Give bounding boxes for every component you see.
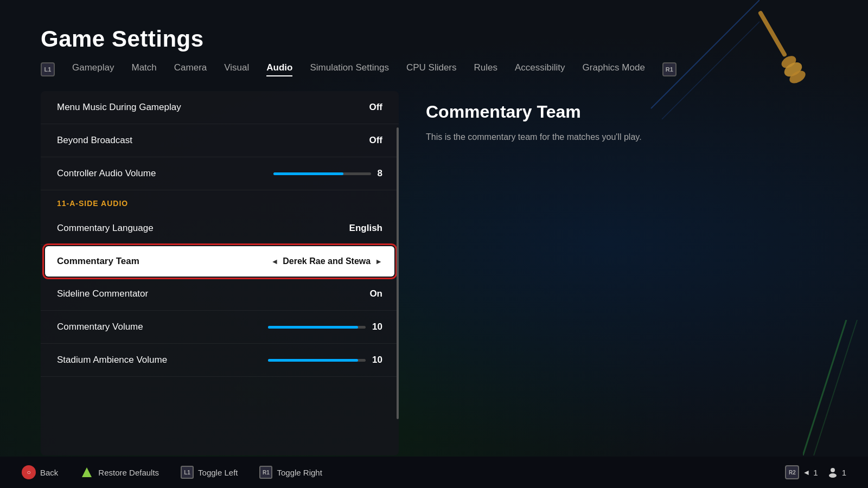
- info-panel-description: This is the commentary team for the matc…: [426, 131, 811, 144]
- decorative-bat: [731, 0, 831, 102]
- r2-item: R2 ◄ 1: [785, 465, 818, 479]
- toggle-left-label: Toggle Left: [198, 468, 238, 477]
- l1-button[interactable]: L1: [41, 62, 55, 76]
- tab-visual[interactable]: Visual: [224, 62, 249, 76]
- back-label: Back: [40, 468, 58, 477]
- page-title: Game Settings: [41, 26, 204, 52]
- setting-menu-music-value: Off: [369, 102, 382, 113]
- circle-button: ○: [22, 465, 36, 479]
- setting-beyond-broadcast[interactable]: Beyond Broadcast Off: [41, 124, 399, 157]
- settings-panel: Menu Music During Gameplay Off Beyond Br…: [41, 91, 399, 455]
- bottom-right-area: R2 ◄ 1 1: [785, 465, 846, 479]
- commentary-team-value: Derek Rae and Stewa: [283, 256, 371, 266]
- setting-sideline-commentator[interactable]: Sideline Commentator On: [41, 278, 399, 311]
- commentary-volume-track[interactable]: [268, 326, 366, 329]
- r1-toggle-button: R1: [259, 466, 272, 479]
- commentary-team-selector: ◄ Derek Rae and Stewa ►: [271, 256, 382, 266]
- restore-label: Restore Defaults: [98, 468, 159, 477]
- commentary-team-label: Commentary Team: [57, 256, 139, 267]
- commentary-language-label: Commentary Language: [57, 223, 154, 234]
- info-panel-title: Commentary Team: [426, 102, 811, 122]
- r2-badge[interactable]: R2: [785, 465, 799, 479]
- toggle-right-label: Toggle Right: [277, 468, 322, 477]
- setting-commentary-volume[interactable]: Commentary Volume 10: [41, 311, 399, 344]
- setting-menu-music-label: Menu Music During Gameplay: [57, 102, 181, 113]
- commentary-language-value: English: [349, 223, 382, 234]
- tab-rules[interactable]: Rules: [474, 62, 497, 76]
- action-restore[interactable]: Restore Defaults: [80, 465, 159, 479]
- stadium-ambience-slider-container: 10: [268, 355, 382, 365]
- controller-audio-value: 8: [378, 168, 382, 179]
- controller-audio-track[interactable]: [273, 172, 371, 175]
- tab-match[interactable]: Match: [131, 62, 156, 76]
- tab-camera[interactable]: Camera: [174, 62, 207, 76]
- tab-accessibility[interactable]: Accessibility: [515, 62, 565, 76]
- setting-stadium-ambience[interactable]: Stadium Ambience Volume 10: [41, 344, 399, 377]
- commentary-volume-label: Commentary Volume: [57, 322, 143, 332]
- setting-commentary-team[interactable]: Commentary Team ◄ Derek Rae and Stewa ►: [45, 246, 394, 277]
- person-icon: [827, 466, 839, 478]
- triangle-button: [80, 465, 94, 479]
- l1-toggle-button: L1: [181, 466, 194, 479]
- action-toggle-left[interactable]: L1 Toggle Left: [181, 466, 238, 479]
- nav-tabs: L1 Gameplay Match Camera Visual Audio Si…: [41, 62, 676, 76]
- stadium-ambience-label: Stadium Ambience Volume: [57, 355, 167, 365]
- svg-rect-0: [758, 10, 788, 57]
- commentary-volume-slider-container: 10: [268, 322, 382, 332]
- main-content: Menu Music During Gameplay Off Beyond Br…: [41, 91, 827, 455]
- svg-point-1: [780, 54, 799, 70]
- tab-graphics[interactable]: Graphics Mode: [583, 62, 645, 76]
- tab-gameplay[interactable]: Gameplay: [72, 62, 114, 76]
- setting-beyond-broadcast-label: Beyond Broadcast: [57, 135, 132, 146]
- section-11aside: 11-A-SIDE AUDIO: [41, 190, 399, 212]
- r2-count: 1: [813, 468, 818, 477]
- tab-simulation[interactable]: Simulation Settings: [310, 62, 389, 76]
- setting-controller-audio[interactable]: Controller Audio Volume 8: [41, 157, 399, 190]
- svg-point-9: [829, 473, 837, 478]
- action-back[interactable]: ○ Back: [22, 465, 58, 479]
- commentary-volume-fill: [268, 326, 358, 329]
- sideline-commentator-label: Sideline Commentator: [57, 288, 148, 299]
- r1-button[interactable]: R1: [662, 62, 676, 76]
- players-item: 1: [827, 466, 846, 478]
- setting-controller-audio-label: Controller Audio Volume: [57, 168, 156, 179]
- bottom-bar: ○ Back Restore Defaults L1 Toggle Left R…: [0, 457, 868, 488]
- arrow-left-icon: ◄: [802, 468, 810, 477]
- setting-beyond-broadcast-value: Off: [369, 135, 382, 146]
- stadium-ambience-track[interactable]: [268, 359, 366, 362]
- setting-menu-music[interactable]: Menu Music During Gameplay Off: [41, 91, 399, 124]
- stadium-ambience-value: 10: [372, 355, 382, 365]
- stadium-ambience-fill: [268, 359, 358, 362]
- action-toggle-right[interactable]: R1 Toggle Right: [259, 466, 322, 479]
- tab-audio[interactable]: Audio: [266, 62, 292, 76]
- controller-audio-slider-container: 8: [273, 168, 382, 179]
- svg-point-3: [787, 68, 807, 86]
- selector-arrow-right-icon[interactable]: ►: [375, 257, 382, 266]
- selector-arrow-left-icon[interactable]: ◄: [271, 257, 278, 266]
- commentary-volume-value: 10: [372, 322, 382, 332]
- sideline-commentator-value: On: [369, 288, 382, 299]
- svg-point-8: [831, 468, 835, 472]
- tab-cpu-sliders[interactable]: CPU Sliders: [406, 62, 457, 76]
- setting-commentary-language[interactable]: Commentary Language English: [41, 212, 399, 245]
- svg-point-2: [782, 60, 805, 80]
- info-panel: Commentary Team This is the commentary t…: [410, 91, 827, 455]
- controller-audio-fill: [273, 172, 344, 175]
- players-count: 1: [842, 468, 846, 477]
